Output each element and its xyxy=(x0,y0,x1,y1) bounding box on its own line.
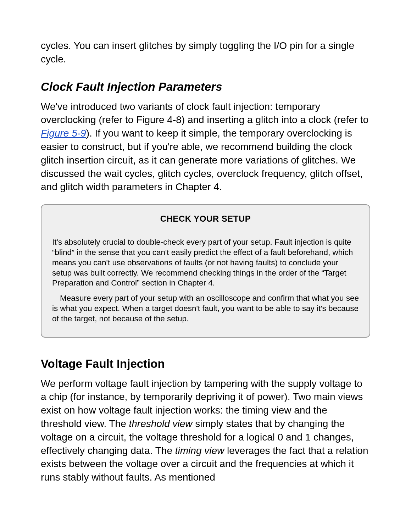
section1-para-pre: We've introduced two variants of clock f… xyxy=(41,101,368,126)
section-heading-clock-fault-injection-parameters: Clock Fault Injection Parameters xyxy=(41,80,370,94)
callout-check-your-setup: CHECK YOUR SETUP It's absolutely crucial… xyxy=(41,204,370,337)
section1-paragraph: We've introduced two variants of clock f… xyxy=(41,100,370,194)
section2-paragraph: We perform voltage fault injection by ta… xyxy=(41,377,370,484)
callout-title: CHECK YOUR SETUP xyxy=(52,214,359,224)
callout-paragraph-1: It's absolutely crucial to double-check … xyxy=(52,237,359,288)
emphasis-timing-view: timing view xyxy=(175,445,224,456)
figure-5-9-link[interactable]: Figure 5-9 xyxy=(41,128,86,139)
emphasis-threshold-view: threshold view xyxy=(129,418,193,429)
intro-fragment-text: cycles. You can insert glitches by simpl… xyxy=(41,39,370,66)
callout-paragraph-2: Measure every part of your setup with an… xyxy=(52,293,359,324)
section-heading-voltage-fault-injection: Voltage Fault Injection xyxy=(41,357,370,371)
section1-para-post: ). If you want to keep it simple, the te… xyxy=(41,128,363,192)
